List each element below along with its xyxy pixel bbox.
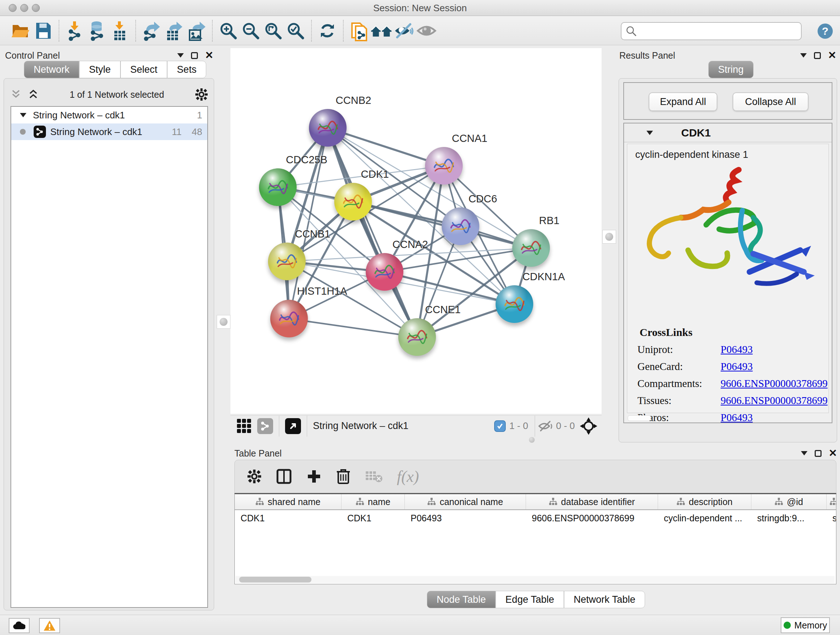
first-neighbors-button[interactable] bbox=[370, 19, 393, 42]
export-image-button[interactable] bbox=[185, 19, 208, 42]
table-cell[interactable]: CDK1 bbox=[341, 510, 405, 526]
selected-checkbox-icon[interactable] bbox=[494, 420, 506, 432]
network-share-view-icon[interactable] bbox=[257, 418, 273, 434]
tab-sets[interactable]: Sets bbox=[167, 61, 206, 78]
network-node-ccna1[interactable] bbox=[425, 147, 463, 185]
table-row[interactable]: CDK1CDK1P064939606.ENSP00000378699cyclin… bbox=[235, 510, 836, 526]
table-cell[interactable]: cyclin-dependent ... bbox=[658, 510, 752, 526]
table-panel-close-icon[interactable]: ✕ bbox=[829, 450, 837, 457]
search-field[interactable] bbox=[621, 22, 802, 40]
table-options-gear-icon[interactable] bbox=[247, 469, 262, 484]
network-node-ccna2[interactable] bbox=[366, 253, 403, 291]
export-network-icon bbox=[142, 21, 161, 41]
export-network-button[interactable] bbox=[141, 19, 163, 42]
left-splitter-handle[interactable] bbox=[217, 315, 231, 329]
network-node-cdc25b[interactable] bbox=[259, 168, 297, 206]
control-panel-close-icon[interactable]: ✕ bbox=[205, 52, 213, 59]
help-button[interactable]: ? bbox=[817, 23, 834, 40]
control-panel-float-icon[interactable] bbox=[191, 52, 198, 59]
table-scrollbar-thumb[interactable] bbox=[239, 577, 311, 583]
table-panel-float-icon[interactable] bbox=[815, 450, 821, 457]
gene-header-row[interactable]: CDK1 bbox=[624, 124, 832, 142]
tab-style[interactable]: Style bbox=[79, 61, 120, 78]
network-options-gear-icon[interactable] bbox=[195, 88, 208, 101]
table-cell[interactable]: 9606.ENSP00000378699 bbox=[526, 510, 658, 526]
column-header-database-identifier[interactable]: database identifier bbox=[526, 494, 658, 509]
search-input[interactable] bbox=[637, 24, 801, 38]
delete-column-icon[interactable] bbox=[336, 468, 351, 485]
network-canvas[interactable]: CCNB2CCNA1CDC25BCDK1CDC6RB1CCNB1CCNA2CDK… bbox=[231, 48, 602, 414]
tab-node-table[interactable]: Node Table bbox=[427, 591, 496, 608]
import-network-icon bbox=[66, 21, 84, 41]
network-node-ccnb1[interactable] bbox=[268, 242, 306, 280]
expand-all-button[interactable]: Expand All bbox=[649, 92, 717, 111]
network-node-ccnb2[interactable] bbox=[309, 109, 347, 147]
crosslink-tissues[interactable]: 9606.ENSP00000378699 bbox=[721, 394, 828, 407]
import-table-button[interactable] bbox=[109, 19, 131, 42]
results-panel-float-icon[interactable] bbox=[814, 52, 821, 59]
birds-eye-view-icon[interactable] bbox=[580, 417, 597, 435]
save-session-button[interactable] bbox=[32, 19, 54, 42]
bottom-splitter-handle[interactable] bbox=[529, 437, 535, 443]
network-node-cdkn1a[interactable] bbox=[496, 285, 533, 323]
control-panel-menu-icon[interactable] bbox=[177, 53, 184, 57]
crosslink-pharos[interactable]: P06493 bbox=[721, 412, 753, 424]
duplicate-network-button[interactable] bbox=[348, 19, 370, 42]
table-cell[interactable]: CDK1 bbox=[235, 510, 341, 526]
column-header-name[interactable]: name bbox=[341, 494, 405, 509]
zoom-selected-button[interactable] bbox=[284, 19, 307, 42]
results-horizontal-scrollbar[interactable] bbox=[628, 415, 651, 421]
gene-collapse-icon[interactable] bbox=[646, 131, 653, 135]
tab-edge-table[interactable]: Edge Table bbox=[496, 591, 564, 608]
show-all-button[interactable] bbox=[415, 19, 438, 42]
network-node-ccne1[interactable] bbox=[398, 318, 436, 356]
import-network-from-database-button[interactable] bbox=[86, 19, 109, 42]
network-collection-row[interactable]: String Network – cdk1 1 bbox=[11, 107, 207, 124]
collapse-all-button[interactable]: Collapse All bbox=[733, 92, 808, 111]
results-panel-menu-icon[interactable] bbox=[800, 53, 807, 57]
right-splitter-handle[interactable] bbox=[602, 230, 616, 244]
table-panel-menu-icon[interactable] bbox=[801, 451, 807, 455]
zoom-fit-button[interactable] bbox=[262, 19, 284, 42]
network-node-cdk1[interactable] bbox=[334, 183, 372, 220]
tab-string[interactable]: String bbox=[708, 61, 753, 78]
crosslink-genecard[interactable]: P06493 bbox=[721, 361, 753, 372]
column-header-shared-name[interactable]: shared name bbox=[235, 494, 341, 509]
grid-view-icon[interactable] bbox=[236, 418, 252, 434]
hide-selected-button[interactable] bbox=[393, 19, 415, 42]
cloud-button[interactable] bbox=[9, 618, 30, 633]
tab-network-table[interactable]: Network Table bbox=[564, 591, 645, 608]
table-cell[interactable]: P06493 bbox=[405, 510, 526, 526]
network-node-rb1[interactable] bbox=[512, 229, 550, 267]
show-columns-icon[interactable] bbox=[276, 469, 292, 485]
network-row[interactable]: String Network – cdk1 11 48 bbox=[11, 124, 207, 140]
zoom-out-button[interactable] bbox=[240, 19, 262, 42]
tab-select[interactable]: Select bbox=[120, 61, 167, 78]
open-session-button[interactable] bbox=[9, 19, 32, 42]
column-header-namespace[interactable]: namespace bbox=[827, 494, 836, 509]
export-table-button[interactable] bbox=[163, 19, 185, 42]
detach-view-icon[interactable] bbox=[285, 418, 301, 434]
table-cell[interactable]: stringdb bbox=[827, 510, 836, 526]
warnings-button[interactable] bbox=[39, 618, 60, 633]
expand-all-icon[interactable] bbox=[28, 89, 39, 100]
column-header--id[interactable]: @id bbox=[752, 494, 827, 509]
results-panel-close-icon[interactable]: ✕ bbox=[828, 52, 836, 59]
import-network-button[interactable] bbox=[64, 19, 86, 42]
network-node-hist1h1a[interactable] bbox=[270, 300, 308, 337]
create-column-icon[interactable] bbox=[306, 469, 322, 484]
memory-button[interactable]: Memory bbox=[781, 617, 830, 633]
table-horizontal-scrollbar[interactable] bbox=[235, 576, 835, 583]
collapse-all-icon[interactable] bbox=[11, 89, 21, 100]
zoom-in-button[interactable] bbox=[217, 19, 240, 42]
column-header-description[interactable]: description bbox=[658, 494, 752, 509]
protein-structure-thumbnail bbox=[519, 239, 543, 257]
tab-network[interactable]: Network bbox=[24, 61, 79, 78]
network-node-cdc6[interactable] bbox=[442, 207, 479, 245]
column-header-canonical-name[interactable]: canonical name bbox=[405, 494, 526, 509]
crosslink-uniprot[interactable]: P06493 bbox=[721, 344, 753, 356]
crosslink-compartments[interactable]: 9606.ENSP00000378699 bbox=[721, 378, 828, 390]
table-cell[interactable]: stringdb:9... bbox=[752, 510, 827, 526]
refresh-button[interactable] bbox=[316, 19, 339, 42]
node-label-ccnb2: CCNB2 bbox=[336, 95, 371, 106]
